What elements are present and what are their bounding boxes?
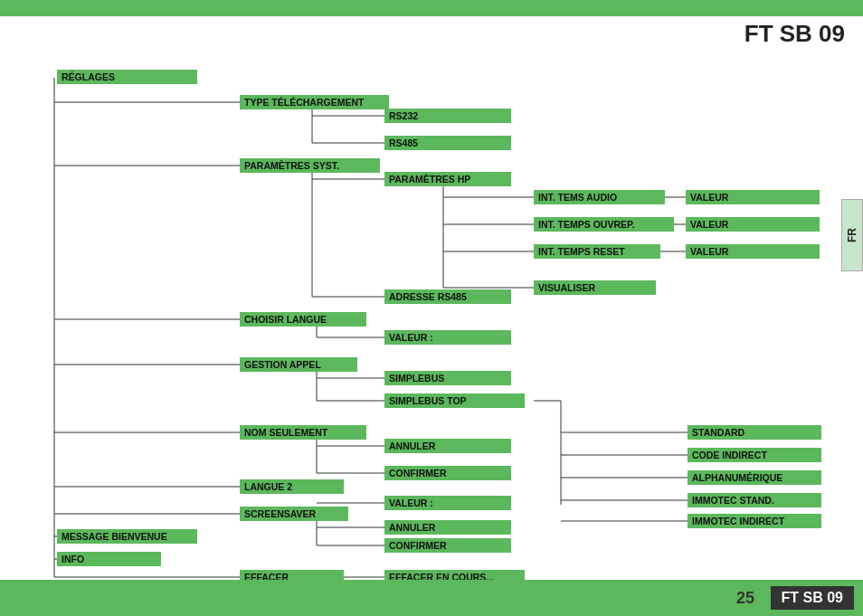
annuler1-label: ANNULER	[384, 439, 511, 453]
rs485-label: RS485	[384, 136, 511, 150]
valeur3-label: VALEUR	[686, 244, 820, 259]
annuler2-label: ANNULER	[384, 520, 511, 535]
confirmer2-label: CONFIRMER	[384, 538, 511, 553]
standard-label: STANDARD	[688, 425, 821, 440]
valeur-langue-label: VALEUR :	[384, 330, 511, 345]
simplebus-top-label: SIMPLEBUS TOP	[384, 393, 525, 408]
gestion-appel-label: GESTION APPEL	[240, 357, 357, 372]
alphanum-label: ALPHANUMÉRIQUE	[688, 470, 821, 485]
parametres-hp-label: PARAMÈTRES HP	[384, 172, 511, 186]
langue2-label: LANGUE 2	[240, 479, 344, 494]
int-tems-audio-label: INT. TEMS AUDIO	[534, 190, 665, 204]
diagram: RÉGLAGES TYPE TÉLÉCHARGEMENT RS232 RS485…	[0, 16, 863, 580]
valeur2-label: VALEUR	[686, 217, 820, 232]
code-indirect-label: CODE INDIRECT	[688, 448, 821, 462]
immotec-stand-label: IMMOTEC STAND.	[688, 493, 821, 507]
confirmer1-label: CONFIRMER	[384, 466, 511, 480]
effacer-label: EFFACER	[240, 570, 344, 580]
bottom-bar: 25 FT SB 09	[0, 580, 863, 616]
int-temps-ouvrep-label: INT. TEMPS OUVREP.	[534, 217, 674, 232]
valeur-screen-label: VALEUR :	[384, 496, 511, 510]
side-tab-fr: FR	[841, 199, 863, 271]
immotec-indirect-label: IMMOTEC INDIRECT	[688, 514, 821, 528]
info-label: INFO	[57, 552, 161, 566]
choisir-langue-label: CHOISIR LANGUE	[240, 312, 366, 327]
visualiser-label: VISUALISER	[534, 280, 656, 295]
nom-seulement-label: NOM SEULEMENT	[240, 425, 366, 440]
type-telechargement-label: TYPE TÉLÉCHARGEMENT	[240, 95, 389, 109]
simplebus-label: SIMPLEBUS	[384, 371, 511, 385]
bottom-title: FT SB 09	[771, 586, 854, 610]
reglages-label: RÉGLAGES	[57, 70, 197, 84]
message-bienvenue-label: MESSAGE BIENVENUE	[57, 529, 197, 544]
page-title: FT SB 09	[744, 20, 845, 48]
parametres-syst-label: PARAMÈTRES SYST.	[240, 158, 380, 173]
adresse-rs485-label: ADRESSE RS485	[384, 289, 511, 304]
valeur1-label: VALEUR	[686, 190, 820, 204]
screensaver-label: SCREENSAVER	[240, 507, 348, 521]
int-temps-reset-label: INT. TEMPS RESET	[534, 244, 660, 259]
top-bar	[0, 0, 863, 16]
rs232-label: RS232	[384, 109, 511, 123]
page-number: 25	[736, 589, 754, 608]
effacer-cours-label: EFFACER EN COURS...	[384, 570, 525, 580]
